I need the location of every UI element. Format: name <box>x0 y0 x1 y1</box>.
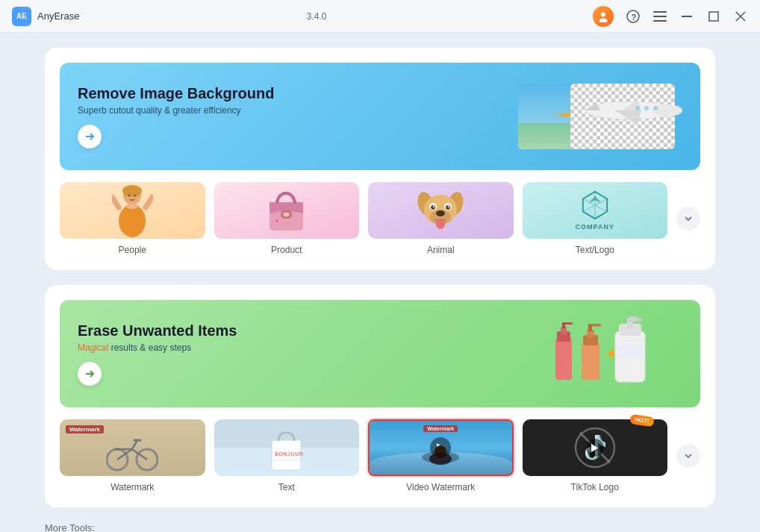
remove-bg-arrow-btn[interactable] <box>78 125 102 148</box>
svg-point-17 <box>635 106 640 110</box>
svg-rect-7 <box>682 16 692 17</box>
svg-rect-59 <box>591 324 601 327</box>
textlogo-label: Text/Logo <box>576 245 614 255</box>
close-icon[interactable] <box>733 9 748 24</box>
svg-rect-6 <box>653 20 667 22</box>
svg-rect-51 <box>564 322 573 325</box>
svg-point-42 <box>433 206 434 207</box>
svg-text:?: ? <box>632 12 637 21</box>
menu-icon[interactable] <box>652 9 667 24</box>
product-label: Product <box>271 245 302 255</box>
company-text-label: COMPANY <box>576 223 614 231</box>
erase-video-watermark[interactable]: Watermark <box>368 419 514 492</box>
more-tools-label: More Tools: <box>45 522 715 532</box>
svg-point-1 <box>599 18 608 22</box>
category-textlogo[interactable]: COMPANY Text/Logo <box>523 182 668 255</box>
product-illustration <box>266 187 307 234</box>
svg-point-13 <box>652 104 682 116</box>
video-watermark-label: Video Watermark <box>406 482 475 492</box>
svg-marker-20 <box>566 112 572 118</box>
svg-rect-5 <box>653 16 667 17</box>
erase-arrow-btn[interactable] <box>78 362 102 386</box>
help-icon[interactable]: ? <box>626 9 641 24</box>
people-thumb <box>60 182 205 239</box>
bike-svg <box>106 431 158 472</box>
remove-bg-title: Remove Image Background <box>78 85 274 102</box>
animal-label: Animal <box>427 245 455 255</box>
remove-bg-categories: People <box>60 182 700 255</box>
erase-tiktok[interactable]: HOT! <box>523 419 668 492</box>
text-thumb: BONJOUR <box>214 419 360 476</box>
svg-point-0 <box>601 12 605 16</box>
erase-banner-text: Erase Unwanted Items Magical results & e… <box>78 322 237 386</box>
erase-card: Erase Unwanted Items Magical results & e… <box>45 285 715 507</box>
svg-line-71 <box>117 449 132 460</box>
svg-point-43 <box>448 206 449 207</box>
svg-point-23 <box>119 204 146 237</box>
remove-bg-card: Remove Image Background Superb cutout qu… <box>45 48 715 270</box>
erase-watermark[interactable]: Watermark Wat <box>60 419 205 492</box>
svg-line-70 <box>132 449 147 460</box>
svg-text:BONJOUR: BONJOUR <box>275 451 304 457</box>
text-label: Text <box>278 482 295 492</box>
remove-bg-banner: Remove Image Background Superb cutout qu… <box>60 63 700 170</box>
svg-line-25 <box>146 197 152 207</box>
svg-rect-47 <box>555 339 572 380</box>
animal-thumb <box>368 182 514 239</box>
svg-marker-84 <box>591 444 598 452</box>
categories-expand-btn[interactable] <box>676 207 700 231</box>
svg-rect-8 <box>709 12 718 21</box>
people-illustration <box>112 184 153 237</box>
titlebar: AE AnyErase 3.4.0 ? <box>0 0 760 33</box>
maximize-icon[interactable] <box>706 9 721 24</box>
svg-point-22 <box>122 185 142 197</box>
textlogo-thumb: COMPANY <box>523 182 668 239</box>
video-watermark-badge: Watermark <box>423 425 458 432</box>
svg-rect-31 <box>284 213 289 216</box>
svg-rect-64 <box>629 316 638 321</box>
erase-banner-image <box>518 316 682 391</box>
minimize-icon[interactable] <box>679 9 694 24</box>
svg-rect-4 <box>653 11 667 13</box>
user-avatar[interactable] <box>593 6 614 27</box>
window-controls: ? <box>593 6 748 27</box>
category-animal[interactable]: Animal <box>368 182 514 255</box>
people-label: People <box>119 245 146 255</box>
tiktok-label: TikTok Logo <box>571 482 619 492</box>
app-version: 3.4.0 <box>307 11 327 22</box>
app-logo: AE <box>12 7 31 26</box>
erase-subtitle: Magical results & easy steps <box>78 342 237 353</box>
svg-point-32 <box>275 219 278 222</box>
svg-point-44 <box>436 219 445 229</box>
bonjour-bag-svg: BONJOUR <box>266 422 307 474</box>
erase-expand-btn[interactable] <box>676 444 700 468</box>
erase-banner: Erase Unwanted Items Magical results & e… <box>60 300 700 407</box>
svg-marker-65 <box>606 349 614 358</box>
more-tools-section: More Tools: Add Watermark to Image <box>45 522 715 532</box>
watermark-badge: Watermark <box>66 425 104 434</box>
svg-point-26 <box>128 195 130 197</box>
video-watermark-thumb: Watermark <box>368 419 514 476</box>
company-logo: COMPANY <box>576 190 614 231</box>
remove-bg-banner-text: Remove Image Background Superb cutout qu… <box>78 85 274 148</box>
airplane-illustration <box>563 88 682 133</box>
cutout-arrow-icon <box>557 109 572 121</box>
svg-line-72 <box>132 440 137 449</box>
product-thumb <box>214 182 360 239</box>
svg-point-28 <box>126 203 138 209</box>
company-icon <box>580 190 610 220</box>
svg-point-19 <box>653 106 658 110</box>
category-people[interactable]: People <box>60 182 205 255</box>
animal-illustration <box>415 187 466 234</box>
erase-subtitle-normal: results & easy steps <box>108 342 191 353</box>
category-product[interactable]: Product <box>214 182 360 255</box>
svg-point-18 <box>644 106 649 110</box>
svg-point-40 <box>431 205 435 210</box>
app-title: AnyErase <box>37 10 304 22</box>
svg-line-24 <box>112 197 119 207</box>
erase-text[interactable]: BONJOUR Text <box>214 419 360 492</box>
tiktok-play-icon <box>591 444 598 452</box>
tiktok-play-btn[interactable] <box>586 439 604 457</box>
svg-point-81 <box>429 453 452 465</box>
erase-categories: Watermark Wat <box>60 419 700 492</box>
